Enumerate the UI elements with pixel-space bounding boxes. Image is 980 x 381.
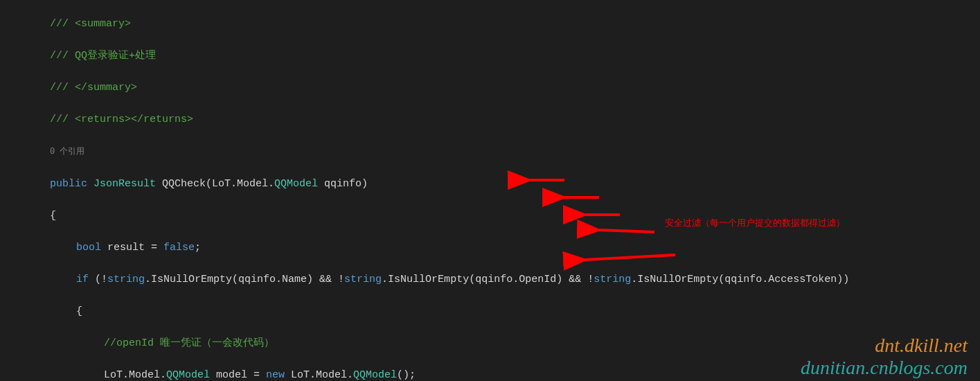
code-text: LoT.Model. (285, 369, 353, 381)
type: QQModel (353, 369, 397, 381)
code-text: result = (101, 242, 163, 254)
xml-doc-comment: /// <summary> (50, 18, 131, 30)
code-line: /// </summary> (0, 80, 980, 96)
type: QQModel (166, 369, 210, 381)
code-line: { (0, 303, 980, 319)
type: QQModel (274, 178, 318, 190)
code-line: if (!string.IsNullOrEmpty(qqinfo.Name) &… (0, 272, 980, 287)
code-editor[interactable]: /// <summary> /// QQ登录验证+处理 /// </summar… (0, 0, 980, 381)
keyword: string (107, 274, 145, 285)
keyword: if (76, 274, 89, 285)
keyword: public (50, 178, 87, 190)
code-text: QQCheck(LoT.Model. (156, 178, 274, 190)
brace: { (50, 210, 56, 222)
code-line: /// QQ登录验证+处理 (0, 48, 980, 64)
code-line: public JsonResult QQCheck(LoT.Model.QQMo… (0, 176, 980, 192)
keyword: string (594, 274, 631, 285)
xml-doc-comment: /// <returns></returns> (50, 114, 193, 125)
code-text: LoT.Model. (104, 369, 166, 381)
code-text: (); (397, 369, 416, 381)
brace: { (76, 305, 82, 317)
keyword: bool (76, 242, 101, 254)
code-line: /// <returns></returns> (0, 112, 980, 127)
keyword: string (344, 274, 382, 285)
xml-doc-comment: /// </summary> (50, 82, 137, 94)
code-text: .IsNullOrEmpty(qqinfo.OpenId) && ! (382, 274, 594, 285)
xml-doc-comment: /// QQ登录验证+处理 (50, 50, 156, 62)
code-text: model = (210, 369, 266, 381)
code-text: (! (89, 274, 107, 285)
keyword: new (266, 369, 285, 381)
code-line: 0 个引用 (0, 143, 980, 160)
annotation-text: 安全过滤（每一个用户提交的数据都得过滤） (665, 215, 845, 231)
type: JsonResult (93, 178, 156, 190)
watermark-line-2: dunitian.cnblogs.com (801, 360, 968, 375)
watermark-line-1: dnt.dkill.net (875, 337, 968, 353)
code-line: bool result = false; (0, 240, 980, 256)
keyword: false (163, 242, 195, 254)
code-line: //openId 唯一凭证（一会改代码） (0, 335, 980, 351)
code-line: /// <summary> (0, 16, 980, 32)
code-text: ; (195, 242, 201, 254)
code-text: .IsNullOrEmpty(qqinfo.AccessToken)) (631, 274, 849, 285)
codelens-references[interactable]: 0 个引用 (50, 147, 84, 157)
comment: //openId 唯一凭证（一会改代码） (104, 337, 274, 349)
code-text: .IsNullOrEmpty(qqinfo.Name) && ! (145, 274, 344, 285)
code-text: qqinfo) (318, 178, 368, 190)
